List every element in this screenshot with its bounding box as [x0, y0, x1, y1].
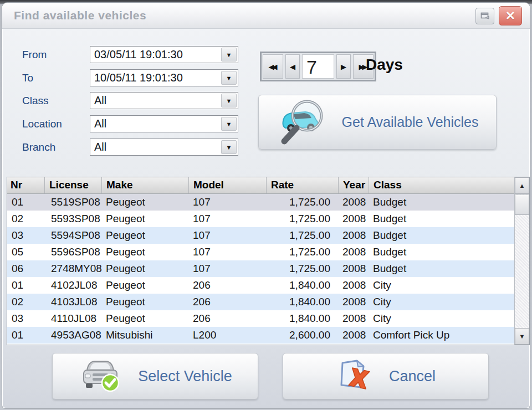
table-cell: 2008 — [338, 194, 369, 211]
table-cell: 4103JL08 — [44, 294, 101, 310]
table-header: Nr License Make Model Rate Year Class — [7, 177, 515, 194]
table-row[interactable]: 024103JL08Peugeot2061,840.002008City — [7, 294, 515, 310]
table-cell: 2008 — [338, 277, 369, 294]
table-row[interactable]: 025593SP08Peugeot1071,725.002008Budget — [7, 211, 515, 227]
chevron-down-icon[interactable]: ▼ — [221, 71, 237, 85]
table-cell: 03 — [7, 227, 44, 244]
table-cell: 4953AG08 — [44, 327, 101, 344]
table-cell: Peugeot — [101, 194, 188, 211]
location-value: All — [90, 116, 220, 132]
table-cell: 01 — [7, 194, 44, 211]
column-header-license[interactable]: License — [44, 177, 101, 193]
table-cell: 2008 — [338, 227, 369, 244]
to-datetime-combobox[interactable]: 10/05/11 19:01:30 ▼ — [90, 69, 238, 86]
table-cell: City — [369, 294, 515, 310]
vertical-scrollbar[interactable]: ▲ ▼ — [514, 177, 529, 345]
table-cell: 2008 — [338, 294, 369, 310]
table-cell: 206 — [188, 294, 266, 310]
table-body: 015519SP08Peugeot1071,725.002008Budget02… — [7, 194, 529, 344]
table-row[interactable]: 015519SP08Peugeot1071,725.002008Budget — [7, 194, 515, 211]
column-header-year[interactable]: Year — [338, 177, 369, 193]
table-cell: 2008 — [338, 327, 369, 344]
column-header-class[interactable]: Class — [369, 177, 515, 193]
car-check-icon — [78, 357, 124, 395]
table-cell: Peugeot — [101, 260, 188, 277]
table-cell: L200 — [188, 327, 266, 344]
chevron-down-icon[interactable]: ▼ — [221, 48, 237, 62]
table-cell: Budget — [369, 244, 515, 260]
table-cell: 01 — [7, 277, 44, 294]
scrollbar-thumb[interactable] — [515, 194, 529, 215]
table-cell: 03 — [7, 310, 44, 327]
branch-combobox[interactable]: All ▼ — [90, 139, 238, 156]
table-cell: 4102JL08 — [44, 277, 101, 294]
table-cell: Budget — [369, 211, 515, 227]
spinner-next-icon[interactable]: ▶ — [336, 54, 351, 79]
table-cell: 02 — [7, 294, 44, 310]
table-cell: 1,840.00 — [266, 294, 338, 310]
chevron-down-icon[interactable]: ▼ — [221, 94, 237, 107]
days-value-field[interactable]: 7 — [302, 54, 334, 79]
table-cell: 1,725.00 — [266, 227, 338, 244]
column-header-model[interactable]: Model — [188, 177, 266, 193]
restore-button[interactable] — [475, 8, 494, 24]
cancel-button[interactable]: Cancel — [283, 353, 489, 399]
table-cell: Peugeot — [101, 277, 188, 294]
column-header-rate[interactable]: Rate — [266, 177, 338, 193]
days-spinner: ◀◀ ◀ 7 ▶ ▶▶ — [260, 52, 376, 81]
search-car-icon — [277, 98, 328, 147]
table-row[interactable]: 055596SP08Peugeot1071,725.002008Budget — [7, 244, 515, 260]
scroll-down-icon[interactable]: ▼ — [515, 328, 529, 345]
table-cell: 5593SP08 — [44, 211, 101, 227]
table-cell: 2,600.00 — [266, 327, 338, 344]
table-cell: 5596SP08 — [44, 244, 101, 260]
table-cell: 2748MY08 — [44, 260, 101, 277]
cancel-x-icon — [336, 357, 375, 395]
chevron-down-icon[interactable]: ▼ — [221, 140, 237, 154]
cancel-label: Cancel — [389, 368, 436, 385]
table-row[interactable]: 034110JL08Peugeot2061,840.002008City — [7, 310, 515, 327]
table-cell: Mitsubishi — [101, 327, 188, 344]
from-label: From — [22, 49, 47, 61]
table-cell: City — [369, 310, 515, 327]
from-datetime-value: 03/05/11 19:01:30 — [90, 47, 220, 63]
table-cell: Peugeot — [101, 244, 188, 260]
restore-window-icon — [480, 11, 490, 22]
scroll-up-icon[interactable]: ▲ — [515, 177, 529, 194]
table-cell: Budget — [369, 260, 515, 277]
column-header-nr[interactable]: Nr — [7, 177, 44, 193]
get-available-vehicles-button[interactable]: Get Available Vehicles — [258, 95, 497, 150]
chevron-down-icon[interactable]: ▼ — [221, 117, 237, 131]
from-datetime-combobox[interactable]: 03/05/11 19:01:30 ▼ — [90, 46, 238, 63]
table-cell: 2008 — [338, 260, 369, 277]
table-cell: 5519SP08 — [44, 194, 101, 211]
spinner-first-icon[interactable]: ◀◀ — [263, 54, 283, 79]
select-vehicle-button[interactable]: Select Vehicle — [52, 353, 258, 399]
table-row[interactable]: 035594SP08Peugeot1071,725.002008Budget — [7, 227, 515, 244]
table-cell: 1,840.00 — [266, 277, 338, 294]
table-cell: 1,840.00 — [266, 310, 338, 327]
table-cell: Budget — [369, 194, 515, 211]
table-cell: 4110JL08 — [44, 310, 101, 327]
table-row[interactable]: 014953AG08MitsubishiL2002,600.002008Comf… — [7, 327, 515, 344]
table-cell: 206 — [188, 310, 266, 327]
table-cell: 206 — [188, 277, 266, 294]
close-button[interactable]: ✕ — [499, 6, 522, 25]
column-header-make[interactable]: Make — [101, 177, 188, 193]
table-cell: 107 — [188, 227, 266, 244]
table-cell: Peugeot — [101, 227, 188, 244]
table-row[interactable]: 014102JL08Peugeot2061,840.002008City — [7, 277, 515, 294]
close-icon: ✕ — [505, 9, 515, 23]
vehicles-table: Nr License Make Model Rate Year Class 01… — [7, 177, 530, 345]
class-label: Class — [22, 95, 49, 107]
location-combobox[interactable]: All ▼ — [90, 115, 238, 132]
spinner-prev-icon[interactable]: ◀ — [285, 54, 300, 79]
table-cell: City — [369, 277, 515, 294]
table-cell: 5594SP08 — [44, 227, 101, 244]
table-row[interactable]: 062748MY08Peugeot1071,725.002008Budget — [7, 260, 515, 277]
branch-value: All — [90, 139, 220, 155]
class-combobox[interactable]: All ▼ — [90, 92, 238, 109]
table-cell: 107 — [188, 260, 266, 277]
table-cell: 05 — [7, 244, 44, 260]
find-vehicles-dialog: Find available vehicles ✕ From To Class … — [2, 3, 530, 408]
